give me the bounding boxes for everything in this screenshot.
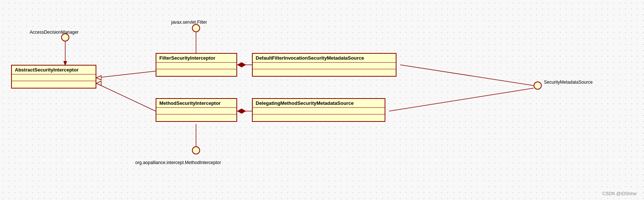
- javax-servlet-filter-label: javax.servlet.Filter: [171, 20, 207, 25]
- watermark: CSDN @IDShine: [602, 191, 637, 196]
- class-name-dfismd: DefaultFilterInvocationSecurityMetadataS…: [253, 54, 396, 63]
- class-body-fsi-2: [156, 69, 236, 76]
- class-body-fsi-1: [156, 63, 236, 69]
- class-body-dmsmd-1: [253, 108, 385, 114]
- uml-diagram: AbstractSecurityInterceptor FilterSecuri…: [0, 0, 644, 200]
- svg-marker-4: [96, 76, 101, 80]
- abstract-security-interceptor-class: AbstractSecurityInterceptor: [11, 65, 96, 89]
- svg-line-12: [389, 88, 534, 111]
- class-body-abstract-2: [12, 81, 96, 88]
- access-decision-manager-label: AccessDecisionManager: [30, 30, 79, 35]
- class-body-abstract-1: [12, 74, 96, 81]
- default-filter-invocation-class: DefaultFilterInvocationSecurityMetadataS…: [252, 53, 396, 77]
- filter-security-interceptor-class: FilterSecurityInterceptor: [156, 53, 237, 77]
- class-body-msi-2: [156, 114, 236, 121]
- class-body-dfismd-2: [253, 69, 396, 76]
- svg-line-5: [96, 83, 156, 111]
- delegating-method-class: DelegatingMethodSecurityMetadataSource: [252, 98, 385, 122]
- svg-marker-10: [237, 109, 246, 114]
- svg-line-11: [400, 65, 534, 86]
- class-body-dmsmd-2: [253, 114, 385, 121]
- class-name-fsi: FilterSecurityInterceptor: [156, 54, 236, 63]
- method-security-interceptor-class: MethodSecurityInterceptor: [156, 98, 237, 122]
- class-body-msi-1: [156, 108, 236, 114]
- class-name-dmsmd: DelegatingMethodSecurityMetadataSource: [253, 99, 385, 108]
- class-name-abstract: AbstractSecurityInterceptor: [12, 66, 96, 74]
- svg-marker-8: [237, 62, 246, 67]
- class-name-msi: MethodSecurityInterceptor: [156, 99, 236, 108]
- aopalliance-circle: [192, 146, 200, 154]
- class-body-dfismd-1: [253, 63, 396, 69]
- svg-marker-6: [96, 81, 101, 86]
- aopalliance-label: org.aopalliance.intercept.MethodIntercep…: [135, 160, 221, 165]
- javax-servlet-filter-circle: [192, 24, 200, 32]
- svg-line-3: [96, 71, 156, 78]
- security-metadata-source-label: SecurityMetadataSource: [544, 80, 592, 85]
- security-metadata-source-circle: [534, 81, 542, 90]
